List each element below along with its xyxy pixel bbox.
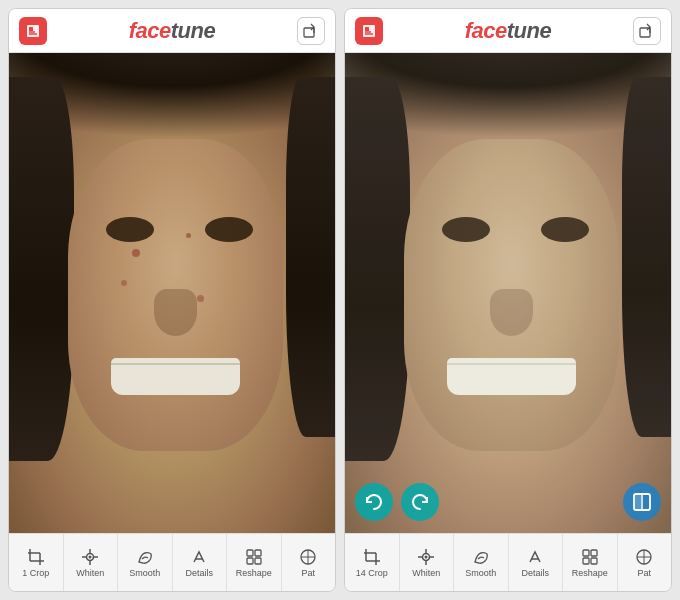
- logo-tune-text: tune: [171, 18, 215, 43]
- blemish-3: [186, 233, 191, 238]
- details-icon-before: [190, 548, 208, 566]
- undo-button[interactable]: [355, 483, 393, 521]
- after-image-area: [345, 53, 671, 533]
- tool-reshape-before[interactable]: Reshape: [227, 534, 282, 591]
- svg-rect-25: [365, 27, 369, 31]
- before-face-bg: [9, 53, 335, 533]
- whiten-icon-after: [417, 548, 435, 566]
- patch-icon-before: [299, 548, 317, 566]
- blemish-2: [121, 280, 127, 286]
- teeth-line: [111, 363, 240, 365]
- whiten-label-before: Whiten: [76, 568, 104, 578]
- face-skin-after: [404, 139, 619, 451]
- tool-crop-before[interactable]: 1 Crop: [9, 534, 64, 591]
- after-toolbar: 14 Crop Whiten Smooth: [345, 533, 671, 591]
- svg-rect-24: [363, 25, 375, 37]
- svg-rect-32: [635, 495, 641, 509]
- patch-label-after: Pat: [637, 568, 651, 578]
- left-action-buttons: [355, 483, 439, 521]
- eye-left-before: [106, 217, 153, 242]
- smooth-label-before: Smooth: [129, 568, 160, 578]
- share-button-before[interactable]: [297, 17, 325, 45]
- back-button-after[interactable]: [355, 17, 383, 45]
- reshape-label-before: Reshape: [236, 568, 272, 578]
- logo-face-after: face: [465, 18, 507, 43]
- svg-rect-18: [255, 550, 261, 556]
- teeth-line-after: [447, 363, 576, 365]
- after-face-bg: [345, 53, 671, 533]
- crop-icon-after: [363, 548, 381, 566]
- before-toolbar: 1 Crop Whiten Smooth: [9, 533, 335, 591]
- details-label-before: Details: [185, 568, 213, 578]
- share-icon-after: [639, 23, 655, 39]
- smooth-label-after: Smooth: [465, 568, 496, 578]
- before-portrait: [9, 53, 335, 533]
- logo-tune-after: tune: [507, 18, 551, 43]
- tool-whiten-before[interactable]: Whiten: [64, 534, 119, 591]
- svg-rect-17: [247, 550, 253, 556]
- tool-smooth-before[interactable]: Smooth: [118, 534, 173, 591]
- svg-rect-47: [591, 558, 597, 564]
- image-icon: [26, 24, 40, 38]
- after-header: facetune: [345, 9, 671, 53]
- teeth-before: [111, 358, 240, 395]
- tool-details-after[interactable]: Details: [509, 534, 564, 591]
- whiten-icon-before: [81, 548, 99, 566]
- hair-right-after: [622, 77, 671, 437]
- tool-patch-before[interactable]: Pat: [282, 534, 336, 591]
- tool-smooth-after[interactable]: Smooth: [454, 534, 509, 591]
- share-icon-before: [303, 23, 319, 39]
- svg-rect-19: [247, 558, 253, 564]
- tool-patch-after[interactable]: Pat: [618, 534, 672, 591]
- face-skin-before: [68, 139, 283, 451]
- crop-label-before: 1 Crop: [22, 568, 49, 578]
- image-icon-after: [362, 24, 376, 38]
- tool-reshape-after[interactable]: Reshape: [563, 534, 618, 591]
- redo-button[interactable]: [401, 483, 439, 521]
- svg-rect-46: [583, 558, 589, 564]
- nose-after: [490, 289, 533, 336]
- logo-after: facetune: [465, 18, 552, 44]
- details-icon-after: [526, 548, 544, 566]
- svg-rect-1: [29, 27, 33, 31]
- share-button-after[interactable]: [633, 17, 661, 45]
- before-panel: facetune: [8, 8, 336, 592]
- reshape-icon-before: [245, 548, 263, 566]
- redo-icon: [410, 492, 430, 512]
- blemish-1: [132, 249, 140, 257]
- blemish-4: [197, 295, 204, 302]
- action-buttons: [345, 483, 671, 521]
- after-portrait: [345, 53, 671, 533]
- nose-before: [154, 289, 197, 336]
- undo-icon: [364, 492, 384, 512]
- hair-left: [9, 77, 74, 461]
- crop-label-after: 14 Crop: [356, 568, 388, 578]
- svg-rect-45: [591, 550, 597, 556]
- eye-right-after: [541, 217, 588, 242]
- tool-details-before[interactable]: Details: [173, 534, 228, 591]
- logo-before: facetune: [129, 18, 216, 44]
- compare-button[interactable]: [623, 483, 661, 521]
- reshape-label-after: Reshape: [572, 568, 608, 578]
- tool-crop-after[interactable]: 14 Crop: [345, 534, 400, 591]
- back-button[interactable]: [19, 17, 47, 45]
- tool-whiten-after[interactable]: Whiten: [400, 534, 455, 591]
- before-image-area: [9, 53, 335, 533]
- patch-icon-after: [635, 548, 653, 566]
- logo-face-text: face: [129, 18, 171, 43]
- patch-label-before: Pat: [301, 568, 315, 578]
- details-label-after: Details: [521, 568, 549, 578]
- eye-right-before: [205, 217, 252, 242]
- hair-right: [286, 77, 335, 437]
- eye-left-after: [442, 217, 489, 242]
- whiten-label-after: Whiten: [412, 568, 440, 578]
- teeth-after: [447, 358, 576, 395]
- compare-icon: [632, 492, 652, 512]
- svg-rect-0: [27, 25, 39, 37]
- svg-rect-20: [255, 558, 261, 564]
- before-header: facetune: [9, 9, 335, 53]
- reshape-icon-after: [581, 548, 599, 566]
- crop-icon-before: [27, 548, 45, 566]
- svg-rect-44: [583, 550, 589, 556]
- svg-point-42: [425, 555, 428, 558]
